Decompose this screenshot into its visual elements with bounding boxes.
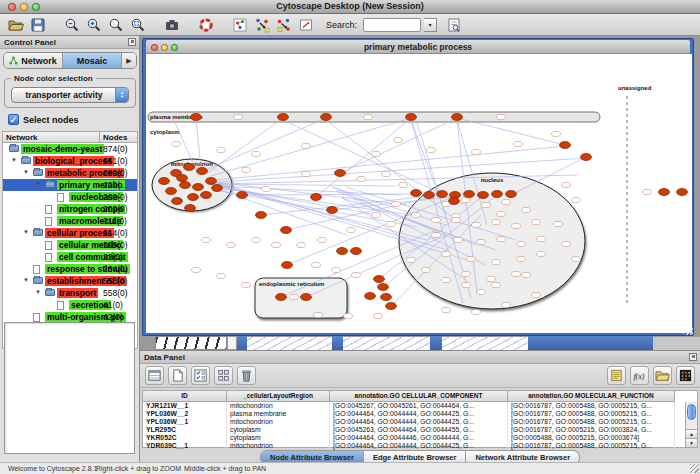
zoom-fit-button[interactable] — [106, 15, 125, 34]
table-scrollbar[interactable]: ▲ ▼ — [685, 402, 697, 447]
tree-column-network[interactable]: Network — [2, 131, 100, 143]
tab-mosaic[interactable]: Mosaic — [63, 53, 122, 68]
import-attributes-icon — [655, 368, 670, 383]
attribute-table-header: ID_cellularLayoutRegionannotation.GO CEL… — [143, 391, 697, 402]
tree-column-nodes[interactable]: Nodes — [100, 131, 138, 143]
app-resize-grip[interactable] — [690, 464, 699, 473]
scroll-down-button[interactable]: ▼ — [686, 438, 697, 447]
cytoscape-app: Cytoscape Desktop (New Session) Search: … — [0, 0, 700, 474]
tree-row[interactable]: nucleobase-209(0) — [3, 191, 137, 203]
snapshot-button[interactable] — [162, 15, 181, 34]
expander-icon[interactable]: ▼ — [35, 181, 41, 187]
layout-force-button[interactable] — [274, 15, 293, 34]
tree-row[interactable]: cellular metabo209(0) — [3, 239, 137, 251]
table-column-header[interactable]: _cellularLayoutRegion — [227, 391, 330, 402]
network-graph[interactable]: plasma membranecytoplasmmitochondrionnuc… — [146, 54, 692, 333]
background-window-network-2[interactable] — [343, 336, 430, 350]
data-panel-toolbar: f(x) — [140, 364, 700, 388]
select-nodes-checkbox[interactable]: ✓ — [8, 114, 19, 125]
svg-text:endoplasmic reticulum: endoplasmic reticulum — [259, 281, 324, 287]
network-window-titlebar[interactable]: primary metabolic process — [146, 40, 690, 54]
table-row[interactable]: YJR121W__1mitochondrion[GO:0045267, GO:0… — [143, 402, 697, 410]
tree-row[interactable]: mosaic-demo-yeast874(0) — [3, 143, 137, 155]
svg-text:nucleus: nucleus — [481, 177, 504, 183]
import-attributes-button[interactable] — [653, 366, 672, 385]
table-row[interactable]: YPL036W__1mitochondrion[GO:0044464, GO:0… — [143, 418, 697, 426]
expander-icon[interactable]: ▼ — [11, 157, 17, 163]
save-button[interactable] — [28, 15, 47, 34]
network-overview-panel[interactable] — [4, 322, 135, 454]
attribute-batch-button[interactable] — [676, 366, 695, 385]
vizmapper-button[interactable] — [230, 15, 249, 34]
table-row[interactable]: YPL036W__2plasma membrane[GO:0044464, GO… — [143, 410, 697, 418]
background-window-frame[interactable] — [528, 336, 653, 350]
annotations-button[interactable] — [296, 15, 315, 34]
table-row[interactable]: YKR052Ccytoplasm[GO:0044464, GO:0044446,… — [143, 434, 697, 442]
table-row[interactable]: YLR295Ccytoplasm[GO:0045263, GO:0044464,… — [143, 426, 697, 434]
tree-row[interactable]: secretion41(0) — [3, 299, 137, 311]
table-row[interactable]: YDR039C__1mitochondrion[GO:0044464, GO:0… — [143, 442, 697, 450]
tree-row-count: 42(0) — [103, 312, 123, 322]
zoom-out-button[interactable] — [62, 15, 81, 34]
formula-builder-button[interactable]: f(x) — [630, 366, 649, 385]
help-button[interactable] — [196, 15, 215, 34]
search-dropdown-button[interactable]: ▾ — [424, 18, 437, 32]
tree-row[interactable]: ▼metabolic process280(0) — [3, 167, 137, 179]
background-window-overview[interactable] — [155, 336, 227, 350]
background-window-frame[interactable] — [332, 336, 343, 350]
background-window-frame[interactable] — [237, 336, 247, 350]
layout-force-icon — [276, 17, 292, 33]
network-canvas[interactable]: plasma membranecytoplasmmitochondrionnuc… — [146, 54, 692, 333]
control-panel-title: Control Panel — [4, 38, 56, 47]
open-button[interactable] — [6, 15, 25, 34]
search-advanced-button[interactable] — [444, 15, 463, 34]
layout-applet-button[interactable] — [252, 15, 271, 34]
tree-row[interactable]: ▼transport558(0) — [3, 287, 137, 299]
notepad-button[interactable] — [607, 366, 626, 385]
table-column-header[interactable]: annotation.GO CELLULAR_COMPONENT — [330, 391, 508, 402]
attribute-grid-button[interactable] — [214, 366, 233, 385]
expander-icon[interactable]: ▼ — [23, 277, 29, 283]
background-window-frame[interactable] — [430, 336, 442, 350]
node-color-dropdown[interactable]: transporter activity ▲▼ — [11, 87, 129, 103]
svg-text:f(x): f(x) — [633, 372, 644, 381]
attribute-select-button[interactable] — [145, 366, 164, 385]
background-window-edge[interactable] — [653, 336, 700, 350]
expander-icon[interactable]: ▼ — [23, 169, 29, 175]
tab-scroll-right-button[interactable]: ▶ — [122, 53, 136, 68]
scroll-up-button[interactable]: ▲ — [686, 429, 697, 438]
expander-icon[interactable]: ▼ — [23, 229, 29, 235]
window-resize-grip[interactable] — [683, 325, 693, 335]
background-window-network-1[interactable] — [247, 336, 332, 350]
search-advanced-icon — [446, 17, 462, 33]
tab-network[interactable]: Network — [4, 53, 63, 68]
tree-row[interactable]: ▼establishment of lo558(0) — [3, 275, 137, 287]
attribute-new-button[interactable] — [168, 366, 187, 385]
zoom-region-button[interactable] — [128, 15, 147, 34]
attribute-delete-button[interactable] — [237, 366, 256, 385]
table-cell: [GO:0044464, GO:0044446, GO:0044444, G..… — [330, 434, 508, 442]
zoom-out-icon — [64, 17, 80, 33]
tree-row[interactable]: cell communicat22(0) — [3, 251, 137, 263]
tree-row[interactable]: response to stimulu264(0) — [3, 263, 137, 275]
table-column-header[interactable]: annotation.GO MOLECULAR_FUNCTION — [508, 391, 675, 402]
group-label: Node color selection — [11, 74, 96, 83]
tree-row[interactable]: nitrogen compo209(0) — [3, 203, 137, 215]
background-window-network-3[interactable] — [442, 336, 528, 350]
tree-row[interactable]: ▼cellular process614(0) — [3, 227, 137, 239]
tree-row[interactable]: macromolecule311(0) — [3, 215, 137, 227]
search-input[interactable] — [363, 18, 421, 32]
zoom-in-button[interactable] — [84, 15, 103, 34]
tree-row[interactable]: ▼primary metabo209(... — [3, 179, 137, 191]
float-panel-icon[interactable] — [128, 38, 136, 46]
tree-row[interactable]: ▼biological_process651(0) — [3, 155, 137, 167]
status-pan-hint: Middle-click + drag to PAN — [184, 465, 266, 472]
table-column-header[interactable]: ID — [143, 391, 227, 402]
float-panel-icon[interactable] — [689, 353, 697, 361]
expander-icon[interactable]: ▼ — [35, 289, 41, 295]
network-tree: mosaic-demo-yeast874(0)▼biological_proce… — [2, 143, 138, 349]
background-window-edge[interactable] — [227, 336, 237, 350]
control-panel-header: Control Panel — [0, 36, 139, 49]
scrollbar-thumb[interactable] — [687, 404, 696, 420]
attribute-matrix-button[interactable] — [191, 366, 210, 385]
